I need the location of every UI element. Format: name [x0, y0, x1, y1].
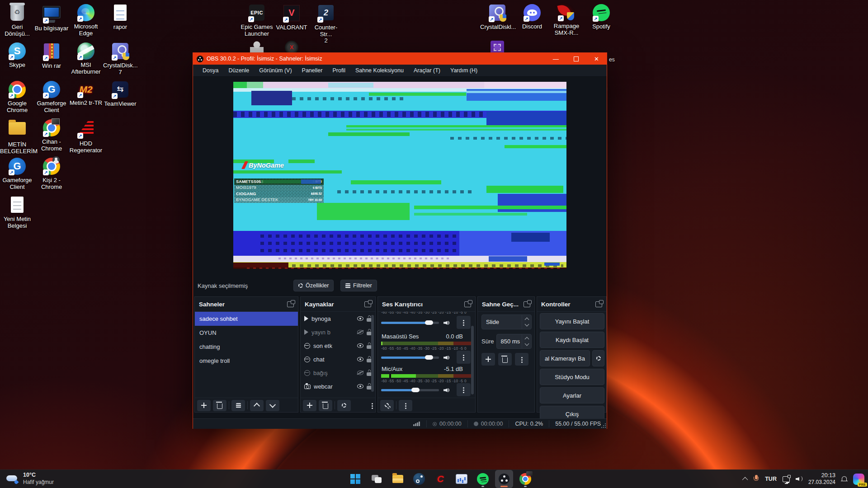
move-scene-up-button[interactable]	[250, 400, 264, 411]
popout-icon[interactable]	[287, 301, 294, 307]
copilot-icon[interactable]: PRE	[853, 474, 864, 485]
desktop-icon-crystaldiskinfo[interactable]: CrystalDiskl...	[480, 4, 514, 31]
menu-profil[interactable]: Profil	[327, 65, 350, 76]
desktop-icon-msi-afterburner[interactable]: MSI Afterburner	[69, 42, 103, 75]
desktop-icon-teamviewer[interactable]: ⇆TeamViewer	[103, 80, 137, 108]
menu-duzenle[interactable]: Düzenle	[223, 65, 254, 76]
advanced-audio-button[interactable]	[380, 400, 394, 411]
volume-slider[interactable]	[381, 357, 439, 359]
scene-item-selected[interactable]: sadece sohbet	[195, 312, 298, 326]
move-scene-down-button[interactable]	[266, 400, 279, 411]
popout-icon[interactable]	[464, 301, 471, 307]
duration-spinbox[interactable]: 850 ms	[496, 334, 532, 349]
source-row[interactable]: son etk	[301, 339, 375, 352]
menu-dosya[interactable]: Dosya	[198, 65, 223, 76]
desktop-icon-skype[interactable]: SSkype	[0, 42, 34, 69]
network-icon[interactable]	[783, 476, 790, 482]
menu-paneller[interactable]: Paneller	[297, 65, 328, 76]
desktop-icon-spotify[interactable]: Spotify	[584, 4, 618, 30]
speaker-icon[interactable]	[443, 320, 449, 326]
remove-transition-button[interactable]	[498, 353, 512, 366]
visibility-off-icon[interactable]	[357, 330, 363, 334]
notification-bell-icon[interactable]	[841, 476, 847, 483]
microphone-in-use-icon[interactable]	[754, 475, 759, 483]
remove-scene-button[interactable]	[213, 400, 226, 411]
visibility-off-icon[interactable]	[357, 371, 363, 375]
menu-sahne-koleksiyonu[interactable]: Sahne Koleksiyonu	[350, 65, 409, 76]
settings-button[interactable]: Ayarlar	[540, 387, 604, 404]
desktop-icon-hdd-regenerator[interactable]: HDD Regenerator	[69, 119, 103, 154]
desktop-icon-gameforge[interactable]: GGameforge Client	[34, 80, 69, 113]
scene-item[interactable]: OYUN	[195, 326, 298, 340]
slider-handle[interactable]	[425, 320, 433, 325]
language-indicator[interactable]: TUR	[765, 476, 777, 482]
clock[interactable]: 20:13 27.03.2024	[808, 472, 835, 486]
obs-taskbar-button[interactable]	[495, 470, 513, 488]
task-view-button[interactable]	[368, 470, 386, 488]
visibility-icon[interactable]	[357, 384, 363, 389]
source-row[interactable]: bağış	[301, 366, 375, 380]
start-button[interactable]	[346, 470, 364, 488]
desktop-icon-metin-belgelerim[interactable]: METİN BELGELERİM	[0, 119, 34, 155]
scene-item[interactable]: omegle troll	[195, 354, 298, 368]
mixer-options-button[interactable]	[457, 316, 471, 329]
desktop-icon-epic-games[interactable]: EPICEpic Games Launcher	[240, 4, 274, 37]
file-explorer-button[interactable]	[389, 470, 407, 488]
source-row[interactable]: bynoga	[301, 312, 375, 325]
desktop-icon-this-pc[interactable]: Bu bilgisayar	[34, 4, 69, 32]
remove-source-button[interactable]	[319, 400, 332, 411]
start-streaming-button[interactable]: Yayını Başlat	[540, 313, 604, 329]
slider-handle[interactable]	[425, 355, 433, 360]
desktop-icon-metin2[interactable]: M2Metin2 tr-TR	[69, 80, 103, 107]
speaker-icon[interactable]	[443, 355, 449, 361]
start-recording-button[interactable]: Kaydı Başlat	[540, 332, 604, 348]
popout-icon[interactable]	[595, 301, 602, 307]
desktop-icon-kisi2-chrome[interactable]: Kişi 2 - Chrome	[34, 157, 69, 190]
virtual-camera-button[interactable]: al Kamerayı Ba	[540, 350, 590, 366]
source-row[interactable]: chat	[301, 352, 375, 366]
desktop-icon-valorant[interactable]: VVALORANT	[274, 4, 309, 31]
scrollbar[interactable]	[471, 326, 474, 394]
desktop-icon-rampage[interactable]: Rampage SMX-R...	[549, 4, 584, 36]
minimize-button[interactable]: —	[546, 53, 566, 65]
add-scene-button[interactable]	[197, 400, 211, 411]
transition-select[interactable]: Slide	[481, 314, 532, 329]
mixer-menu-button[interactable]	[399, 400, 412, 411]
filters-button[interactable]: Filtreler	[340, 280, 377, 291]
desktop-icon-discord[interactable]: Discord	[515, 4, 549, 30]
add-source-button[interactable]	[303, 400, 316, 411]
more-options-icon[interactable]	[372, 403, 373, 404]
volume-slider[interactable]	[381, 389, 439, 391]
close-button[interactable]: ✕	[586, 53, 607, 65]
transition-options-button[interactable]	[515, 353, 528, 366]
mixer-options-button[interactable]	[457, 383, 471, 396]
scrollbar[interactable]	[371, 315, 374, 392]
menu-araclar[interactable]: Araçlar (T)	[409, 65, 445, 76]
volume-slider[interactable]	[381, 322, 439, 324]
popout-icon[interactable]	[524, 301, 530, 307]
visibility-icon[interactable]	[357, 357, 363, 361]
steam-button[interactable]	[410, 470, 428, 488]
source-properties-button[interactable]	[337, 400, 351, 411]
studio-mode-button[interactable]: Stüdyo Modu	[540, 369, 604, 385]
visibility-icon[interactable]	[357, 316, 363, 321]
virtual-camera-config-button[interactable]	[592, 350, 604, 366]
desktop-icon-gameforge-2[interactable]: GGameforge Client	[0, 157, 34, 190]
preview-canvas[interactable]: ByNoGame SAMETSS0539 BITS MOIS19794 BITS…	[233, 82, 566, 269]
source-row[interactable]: webcar	[301, 380, 375, 393]
volume-icon[interactable]	[796, 476, 802, 482]
visibility-icon[interactable]	[357, 343, 363, 348]
tray-expand-icon[interactable]	[742, 477, 748, 483]
menu-gorunum[interactable]: Görünüm (V)	[254, 65, 297, 76]
mixer-options-button[interactable]	[457, 351, 471, 364]
desktop-icon-chrome[interactable]: Google Chrome	[0, 80, 34, 113]
scene-filters-button[interactable]	[231, 400, 245, 411]
add-transition-button[interactable]	[481, 353, 495, 366]
desktop-icon-crystaldisk7[interactable]: CrystalDisk... 7	[103, 42, 137, 75]
slider-handle[interactable]	[411, 388, 420, 392]
desktop-icon-yeni-metin[interactable]: Yeni Metin Belgesi	[0, 196, 34, 229]
weather-widget[interactable]: 10°C Hafif yağmur	[6, 472, 54, 486]
desktop-icon-edge[interactable]: Microsoft Edge	[69, 4, 103, 37]
popout-icon[interactable]	[364, 301, 371, 307]
scene-item[interactable]: chatting	[195, 340, 298, 354]
